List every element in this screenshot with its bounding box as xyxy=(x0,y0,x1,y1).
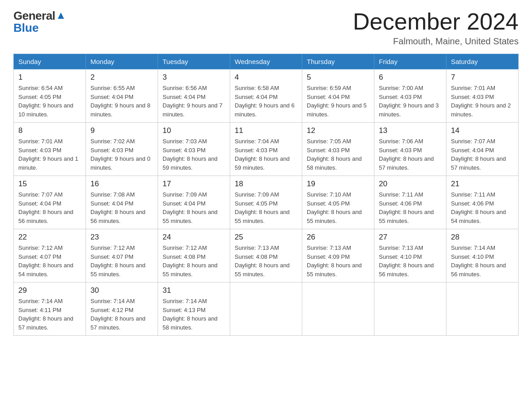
location-subtitle: Falmouth, Maine, United States xyxy=(353,36,519,47)
calendar-cell: 4 Sunrise: 6:58 AMSunset: 4:04 PMDayligh… xyxy=(230,69,302,123)
day-info: Sunrise: 7:11 AMSunset: 4:06 PMDaylight:… xyxy=(379,190,442,225)
day-info: Sunrise: 6:58 AMSunset: 4:04 PMDaylight:… xyxy=(235,84,297,119)
day-number: 18 xyxy=(235,180,297,188)
calendar-cell: 27 Sunrise: 7:13 AMSunset: 4:10 PMDaylig… xyxy=(374,229,446,283)
day-number: 27 xyxy=(379,233,442,242)
calendar-week-row: 22 Sunrise: 7:12 AMSunset: 4:07 PMDaylig… xyxy=(14,229,519,283)
day-info: Sunrise: 7:01 AMSunset: 4:03 PMDaylight:… xyxy=(18,137,81,172)
calendar-cell: 24 Sunrise: 7:12 AMSunset: 4:08 PMDaylig… xyxy=(158,229,230,283)
col-header-thursday: Thursday xyxy=(302,54,374,69)
day-info: Sunrise: 6:54 AMSunset: 4:05 PMDaylight:… xyxy=(18,84,81,119)
day-info: Sunrise: 7:02 AMSunset: 4:03 PMDaylight:… xyxy=(90,137,153,172)
day-info: Sunrise: 7:14 AMSunset: 4:10 PMDaylight:… xyxy=(451,244,514,278)
day-number: 22 xyxy=(18,233,81,242)
calendar-cell: 18 Sunrise: 7:09 AMSunset: 4:05 PMDaylig… xyxy=(230,176,302,229)
calendar-cell xyxy=(302,283,374,336)
calendar-cell: 14 Sunrise: 7:07 AMSunset: 4:04 PMDaylig… xyxy=(446,123,519,176)
month-title: December 2024 xyxy=(353,9,519,34)
day-number: 7 xyxy=(451,73,514,82)
day-info: Sunrise: 7:14 AMSunset: 4:13 PMDaylight:… xyxy=(163,297,225,332)
logo-triangle-icon xyxy=(56,11,66,21)
calendar-cell: 13 Sunrise: 7:06 AMSunset: 4:03 PMDaylig… xyxy=(374,123,446,176)
day-number: 11 xyxy=(235,126,297,135)
calendar-cell: 19 Sunrise: 7:10 AMSunset: 4:05 PMDaylig… xyxy=(302,176,374,229)
calendar-cell xyxy=(374,283,446,336)
day-info: Sunrise: 6:59 AMSunset: 4:04 PMDaylight:… xyxy=(307,84,369,119)
calendar-cell: 21 Sunrise: 7:11 AMSunset: 4:06 PMDaylig… xyxy=(446,176,519,229)
day-info: Sunrise: 6:55 AMSunset: 4:04 PMDaylight:… xyxy=(90,84,153,119)
day-info: Sunrise: 7:13 AMSunset: 4:08 PMDaylight:… xyxy=(235,244,297,278)
calendar-header-row: SundayMondayTuesdayWednesdayThursdayFrid… xyxy=(14,54,519,69)
calendar-cell: 16 Sunrise: 7:08 AMSunset: 4:04 PMDaylig… xyxy=(86,176,158,229)
calendar-week-row: 8 Sunrise: 7:01 AMSunset: 4:03 PMDayligh… xyxy=(14,123,519,176)
day-number: 19 xyxy=(307,180,369,188)
calendar-cell: 15 Sunrise: 7:07 AMSunset: 4:04 PMDaylig… xyxy=(14,176,86,229)
day-number: 5 xyxy=(307,73,369,82)
logo-blue-text: Blue xyxy=(13,21,39,35)
calendar-cell: 5 Sunrise: 6:59 AMSunset: 4:04 PMDayligh… xyxy=(302,69,374,123)
col-header-monday: Monday xyxy=(86,54,158,69)
col-header-saturday: Saturday xyxy=(446,54,519,69)
day-number: 15 xyxy=(18,180,81,188)
day-number: 4 xyxy=(235,73,297,82)
calendar-cell: 28 Sunrise: 7:14 AMSunset: 4:10 PMDaylig… xyxy=(446,229,519,283)
calendar-cell: 9 Sunrise: 7:02 AMSunset: 4:03 PMDayligh… xyxy=(86,123,158,176)
day-number: 25 xyxy=(235,233,297,242)
day-number: 12 xyxy=(307,126,369,135)
day-info: Sunrise: 7:07 AMSunset: 4:04 PMDaylight:… xyxy=(451,137,514,172)
col-header-friday: Friday xyxy=(374,54,446,69)
day-number: 23 xyxy=(90,233,153,242)
calendar-week-row: 15 Sunrise: 7:07 AMSunset: 4:04 PMDaylig… xyxy=(14,176,519,229)
title-block: December 2024 Falmouth, Maine, United St… xyxy=(353,9,519,47)
day-info: Sunrise: 7:08 AMSunset: 4:04 PMDaylight:… xyxy=(90,190,153,225)
calendar-cell xyxy=(446,283,519,336)
calendar-cell: 11 Sunrise: 7:04 AMSunset: 4:03 PMDaylig… xyxy=(230,123,302,176)
calendar-table: SundayMondayTuesdayWednesdayThursdayFrid… xyxy=(13,54,519,336)
day-info: Sunrise: 7:05 AMSunset: 4:03 PMDaylight:… xyxy=(307,137,369,172)
calendar-cell: 6 Sunrise: 7:00 AMSunset: 4:03 PMDayligh… xyxy=(374,69,446,123)
calendar-cell: 12 Sunrise: 7:05 AMSunset: 4:03 PMDaylig… xyxy=(302,123,374,176)
day-number: 30 xyxy=(90,286,153,295)
logo: General Blue xyxy=(13,9,66,35)
calendar-cell: 17 Sunrise: 7:09 AMSunset: 4:04 PMDaylig… xyxy=(158,176,230,229)
day-info: Sunrise: 7:12 AMSunset: 4:07 PMDaylight:… xyxy=(18,244,81,278)
day-info: Sunrise: 7:00 AMSunset: 4:03 PMDaylight:… xyxy=(379,84,442,119)
day-info: Sunrise: 7:04 AMSunset: 4:03 PMDaylight:… xyxy=(235,137,297,172)
day-number: 1 xyxy=(18,73,81,82)
day-number: 21 xyxy=(451,180,514,188)
page-header: General Blue December 2024 Falmouth, Mai… xyxy=(13,9,519,47)
col-header-wednesday: Wednesday xyxy=(230,54,302,69)
calendar-cell: 10 Sunrise: 7:03 AMSunset: 4:03 PMDaylig… xyxy=(158,123,230,176)
day-info: Sunrise: 7:13 AMSunset: 4:09 PMDaylight:… xyxy=(307,244,369,278)
svg-marker-0 xyxy=(58,13,64,19)
day-number: 24 xyxy=(163,233,225,242)
day-number: 16 xyxy=(90,180,153,188)
calendar-cell xyxy=(230,283,302,336)
day-info: Sunrise: 7:13 AMSunset: 4:10 PMDaylight:… xyxy=(379,244,442,278)
calendar-cell: 25 Sunrise: 7:13 AMSunset: 4:08 PMDaylig… xyxy=(230,229,302,283)
day-number: 3 xyxy=(163,73,225,82)
calendar-cell: 26 Sunrise: 7:13 AMSunset: 4:09 PMDaylig… xyxy=(302,229,374,283)
day-number: 6 xyxy=(379,73,442,82)
calendar-cell: 29 Sunrise: 7:14 AMSunset: 4:11 PMDaylig… xyxy=(14,283,86,336)
calendar-cell: 3 Sunrise: 6:56 AMSunset: 4:04 PMDayligh… xyxy=(158,69,230,123)
day-number: 10 xyxy=(163,126,225,135)
day-number: 29 xyxy=(18,286,81,295)
calendar-week-row: 29 Sunrise: 7:14 AMSunset: 4:11 PMDaylig… xyxy=(14,283,519,336)
col-header-tuesday: Tuesday xyxy=(158,54,230,69)
day-number: 14 xyxy=(451,126,514,135)
day-number: 8 xyxy=(18,126,81,135)
day-info: Sunrise: 7:06 AMSunset: 4:03 PMDaylight:… xyxy=(379,137,442,172)
calendar-cell: 8 Sunrise: 7:01 AMSunset: 4:03 PMDayligh… xyxy=(14,123,86,176)
day-info: Sunrise: 7:14 AMSunset: 4:12 PMDaylight:… xyxy=(90,297,153,332)
day-info: Sunrise: 7:09 AMSunset: 4:04 PMDaylight:… xyxy=(163,190,225,225)
calendar-cell: 30 Sunrise: 7:14 AMSunset: 4:12 PMDaylig… xyxy=(86,283,158,336)
calendar-week-row: 1 Sunrise: 6:54 AMSunset: 4:05 PMDayligh… xyxy=(14,69,519,123)
calendar-cell: 2 Sunrise: 6:55 AMSunset: 4:04 PMDayligh… xyxy=(86,69,158,123)
calendar-cell: 23 Sunrise: 7:12 AMSunset: 4:07 PMDaylig… xyxy=(86,229,158,283)
calendar-cell: 31 Sunrise: 7:14 AMSunset: 4:13 PMDaylig… xyxy=(158,283,230,336)
day-number: 17 xyxy=(163,180,225,188)
day-info: Sunrise: 6:56 AMSunset: 4:04 PMDaylight:… xyxy=(163,84,225,119)
day-info: Sunrise: 7:07 AMSunset: 4:04 PMDaylight:… xyxy=(18,190,81,225)
day-info: Sunrise: 7:11 AMSunset: 4:06 PMDaylight:… xyxy=(451,190,514,225)
